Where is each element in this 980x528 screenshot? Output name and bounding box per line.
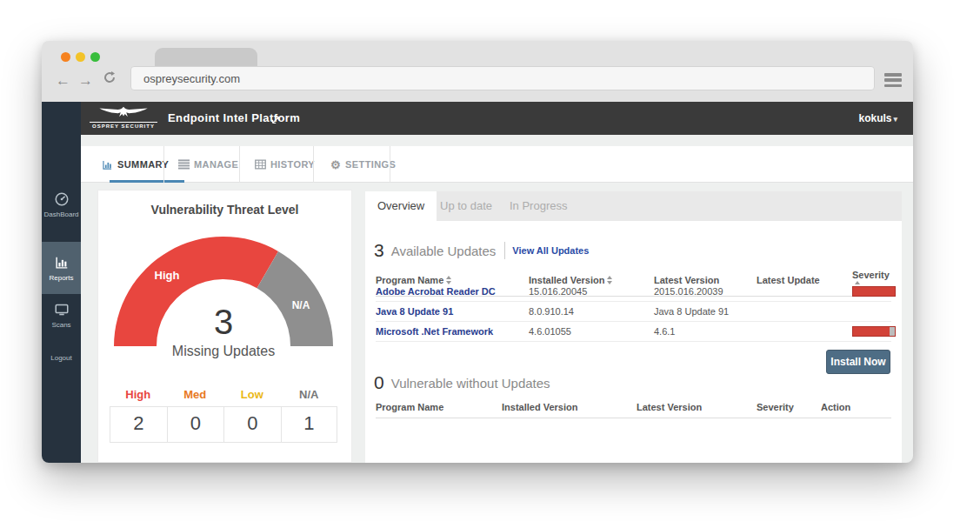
tab-overview[interactable]: Overview bbox=[365, 191, 437, 221]
table-row: Microsoft .Net Framework 4.6.01055 4.6.1 bbox=[376, 321, 891, 342]
forward-button[interactable]: → bbox=[78, 72, 93, 90]
install-now-button[interactable]: Install Now bbox=[826, 350, 890, 374]
vulnerable-count: 0 bbox=[374, 372, 384, 393]
col-action: Action bbox=[821, 397, 891, 418]
tab-divider bbox=[313, 146, 314, 183]
stat-value-high: 2 bbox=[110, 406, 167, 443]
stat-value-med: 0 bbox=[167, 406, 224, 443]
sidebar-label: DashBoard bbox=[43, 211, 78, 218]
sidebar-label: Reports bbox=[49, 274, 73, 282]
latest-version: 4.6.1 bbox=[654, 326, 757, 337]
col-latest-version: Latest Version bbox=[637, 397, 757, 418]
tab-manage[interactable]: MANAGE bbox=[178, 146, 238, 183]
program-link[interactable]: Java 8 Update 91 bbox=[376, 306, 529, 317]
gauge-segment-high bbox=[114, 237, 278, 346]
col-program-name: Program Name bbox=[376, 397, 502, 418]
tab-label: HISTORY bbox=[270, 159, 315, 170]
sidebar-item-scans[interactable]: Scans bbox=[42, 302, 81, 338]
severity-bar-high-partial bbox=[852, 326, 896, 337]
stat-value-low: 0 bbox=[223, 406, 281, 443]
table-row: Java 8 Update 91 8.0.910.14 Java 8 Updat… bbox=[376, 301, 891, 322]
tab-divider bbox=[239, 146, 240, 183]
program-link[interactable]: Adobe Acrobat Reader DC bbox=[376, 286, 529, 297]
severity-stats-table: High Med Low N/A 2 0 0 1 bbox=[110, 388, 337, 443]
monitor-icon bbox=[54, 302, 70, 317]
threat-card-title: Vulnerability Threat Level bbox=[98, 203, 351, 217]
user-menu[interactable]: kokuls▾ bbox=[858, 102, 897, 135]
program-link[interactable]: Microsoft .Net Framework bbox=[376, 326, 529, 337]
installed-version: 4.6.01055 bbox=[529, 326, 654, 337]
stat-value-na: 1 bbox=[281, 406, 338, 443]
tab-divider bbox=[163, 146, 164, 183]
back-button[interactable]: ← bbox=[56, 72, 70, 90]
tab-up-to-date[interactable]: Up to date bbox=[428, 191, 504, 221]
app-header: OSPREY SECURITY Endpoint Intel Platform … bbox=[81, 102, 913, 135]
gear-icon: ⚙ bbox=[330, 159, 341, 170]
sidebar-label: Logout bbox=[50, 354, 71, 362]
panel-tab-bar: Overview Up to date In Progress bbox=[365, 191, 902, 221]
browser-window: ← → ospreysecurity.com OSPREY SECURITY E… bbox=[42, 41, 913, 463]
active-tab-underline bbox=[110, 180, 184, 183]
close-window-button[interactable] bbox=[61, 52, 70, 62]
list-icon bbox=[178, 159, 190, 170]
available-count: 3 bbox=[374, 240, 384, 261]
sidebar-label: Scans bbox=[51, 321, 70, 329]
tab-label: MANAGE bbox=[194, 159, 238, 170]
sidebar: DashBoard Reports Scans Logout bbox=[42, 102, 81, 463]
vulnerable-header: 0 Vulnerable without Updates bbox=[374, 372, 550, 393]
username: kokuls bbox=[858, 112, 891, 124]
stat-header-na: N/A bbox=[281, 388, 338, 406]
available-updates-header: 3 Available Updates View All Updates bbox=[374, 240, 589, 261]
col-severity: Severity bbox=[757, 397, 821, 418]
stat-header-low: Low bbox=[223, 388, 281, 406]
gauge-label-na: N/A bbox=[292, 299, 310, 311]
updates-panel: Overview Up to date In Progress 3 Availa… bbox=[365, 191, 902, 463]
summary-chart-icon bbox=[102, 159, 113, 170]
stat-header-high: High bbox=[110, 388, 167, 406]
url-bar[interactable]: ospreysecurity.com bbox=[130, 66, 875, 90]
caret-down-icon: ▾ bbox=[893, 115, 897, 124]
missing-updates-label: Missing Updates bbox=[172, 344, 275, 359]
severity-bar-high bbox=[852, 286, 896, 297]
sidebar-item-reports[interactable]: Reports bbox=[42, 242, 81, 294]
missing-updates-count: 3 bbox=[214, 303, 233, 342]
tab-summary[interactable]: SUMMARY bbox=[102, 146, 169, 183]
vulnerable-title: Vulnerable without Updates bbox=[391, 376, 550, 391]
col-installed-version: Installed Version bbox=[502, 397, 637, 418]
bar-chart-icon bbox=[54, 255, 70, 271]
sidebar-item-dashboard[interactable]: DashBoard bbox=[42, 191, 81, 230]
view-all-updates-link[interactable]: View All Updates bbox=[512, 245, 589, 256]
browser-menu-icon[interactable] bbox=[884, 73, 902, 87]
tab-in-progress[interactable]: In Progress bbox=[497, 191, 579, 221]
available-title: Available Updates bbox=[391, 244, 497, 258]
dashboard-gauge-icon bbox=[54, 191, 70, 207]
latest-version: 2015.016.20039 bbox=[654, 286, 757, 297]
vulnerable-table-header: Program Name Installed Version Latest Ve… bbox=[376, 397, 891, 418]
gauge-label-high: High bbox=[155, 269, 180, 282]
tab-divider bbox=[390, 146, 390, 183]
sidebar-item-logout[interactable]: Logout bbox=[42, 354, 81, 371]
stat-header-med: Med bbox=[167, 388, 224, 406]
browser-chrome: ← → ospreysecurity.com bbox=[42, 41, 913, 103]
installed-version: 8.0.910.14 bbox=[529, 306, 654, 317]
table-row: Adobe Acrobat Reader DC 15.016.20045 201… bbox=[376, 281, 891, 302]
tab-history[interactable]: HISTORY bbox=[255, 146, 315, 183]
osprey-logo[interactable]: OSPREY SECURITY bbox=[90, 105, 157, 129]
tab-settings[interactable]: ⚙ SETTINGS bbox=[330, 146, 396, 183]
main-tab-bar: SUMMARY MANAGE HISTORY ⚙ SETTINGS bbox=[81, 146, 913, 183]
divider bbox=[504, 242, 505, 259]
refresh-button[interactable] bbox=[103, 70, 117, 89]
maximize-window-button[interactable] bbox=[90, 52, 100, 62]
installed-version: 15.016.20045 bbox=[529, 286, 654, 297]
expand-icon[interactable] bbox=[270, 113, 281, 129]
minimize-window-button[interactable] bbox=[76, 52, 85, 62]
latest-version: Java 8 Update 91 bbox=[654, 306, 757, 317]
table-grid-icon bbox=[255, 159, 266, 170]
vulnerability-threat-card: Vulnerability Threat Level High N/A 3 Mi… bbox=[97, 190, 352, 463]
eagle-icon bbox=[97, 106, 150, 117]
brand-text: OSPREY SECURITY bbox=[90, 122, 157, 129]
browser-tab[interactable] bbox=[155, 48, 257, 68]
tab-label: SETTINGS bbox=[345, 159, 396, 170]
tab-label: SUMMARY bbox=[117, 159, 169, 170]
